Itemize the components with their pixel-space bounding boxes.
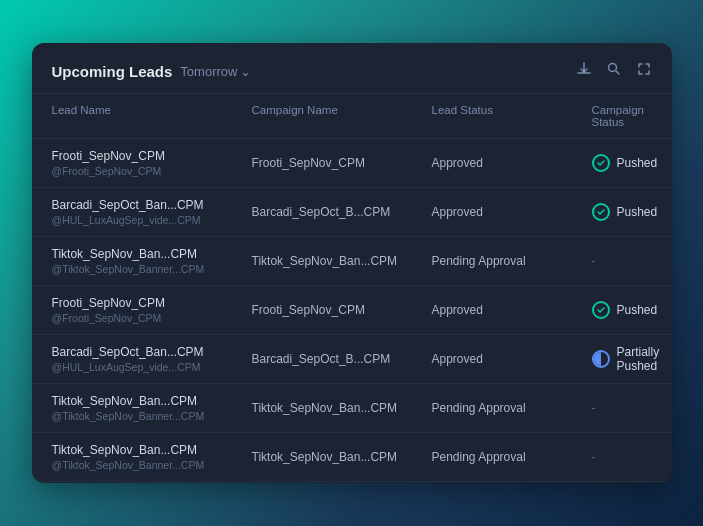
table-row[interactable]: Barcadi_SepOct_Ban...CPM@HUL_LuxAugSep_v… (32, 335, 672, 384)
lead-name-cell: Tiktok_SepNov_Ban...CPM@Tiktok_SepNov_Ba… (52, 247, 252, 275)
lead-name-secondary: @HUL_LuxAugSep_vide...CPM (52, 214, 252, 226)
campaign-name: Frooti_SepNov_CPM (252, 156, 432, 170)
campaign-name: Barcadi_SepOct_B...CPM (252, 352, 432, 366)
col-lead-status: Lead Status (432, 104, 592, 128)
lead-name-cell: Frooti_SepNov_CPM@Frooti_SepNov_CPM (52, 149, 252, 177)
main-card: Upcoming Leads Tomorrow ⌄ (32, 43, 672, 483)
col-campaign-status: Campaign Status (592, 104, 652, 128)
campaign-status-cell: - (592, 450, 652, 464)
lead-name-secondary: @Frooti_SepNov_CPM (52, 312, 252, 324)
lead-name-primary: Frooti_SepNov_CPM (52, 296, 252, 310)
expand-icon[interactable] (636, 61, 652, 81)
lead-name-primary: Tiktok_SepNov_Ban...CPM (52, 247, 252, 261)
lead-name-secondary: @Tiktok_SepNov_Banner...CPM (52, 263, 252, 275)
column-headers: Lead Name Campaign Name Lead Status Camp… (32, 94, 672, 139)
campaign-status-cell: Pushed (592, 154, 658, 172)
search-icon[interactable] (606, 61, 622, 81)
campaign-name: Tiktok_SepNov_Ban...CPM (252, 254, 432, 268)
page-title: Upcoming Leads (52, 63, 173, 80)
no-status-dash: - (592, 254, 596, 268)
no-status-dash: - (592, 450, 596, 464)
lead-status: Pending Approval (432, 254, 592, 268)
download-icon[interactable] (576, 61, 592, 81)
lead-name-primary: Frooti_SepNov_CPM (52, 149, 252, 163)
lead-name-secondary: @Frooti_SepNov_CPM (52, 165, 252, 177)
table-container: Lead Name Campaign Name Lead Status Camp… (32, 94, 672, 483)
campaign-name: Tiktok_SepNov_Ban...CPM (252, 450, 432, 464)
lead-name-cell: Frooti_SepNov_CPM@Frooti_SepNov_CPM (52, 296, 252, 324)
table-row[interactable]: Barcadi_SepOct_Ban...CPM@HUL_LuxAugSep_v… (32, 188, 672, 237)
pushed-label: Pushed (617, 303, 658, 317)
lead-name-cell: Barcadi_SepOct_Ban...CPM@HUL_LuxAugSep_v… (52, 198, 252, 226)
partial-pushed-icon (592, 350, 610, 368)
no-status-dash: - (592, 401, 596, 415)
table-row[interactable]: Tiktok_SepNov_Ban...CPM@Tiktok_SepNov_Ba… (32, 384, 672, 433)
campaign-status-cell: Partially Pushed (592, 345, 660, 373)
campaign-name: Frooti_SepNov_CPM (252, 303, 432, 317)
lead-name-secondary: @Tiktok_SepNov_Banner...CPM (52, 410, 252, 422)
header-left: Upcoming Leads Tomorrow ⌄ (52, 63, 252, 80)
pushed-label: Pushed (617, 156, 658, 170)
pushed-icon (592, 301, 610, 319)
lead-name-secondary: @HUL_LuxAugSep_vide...CPM (52, 361, 252, 373)
lead-name-cell: Tiktok_SepNov_Ban...CPM@Tiktok_SepNov_Ba… (52, 394, 252, 422)
table-header-bar: Upcoming Leads Tomorrow ⌄ (32, 43, 672, 94)
pushed-label: Pushed (617, 205, 658, 219)
campaign-status-cell: - (592, 254, 652, 268)
table-row[interactable]: Tiktok_SepNov_Ban...CPM@Tiktok_SepNov_Ba… (32, 433, 672, 482)
campaign-status-cell: Pushed (592, 203, 658, 221)
lead-name-cell: Tiktok_SepNov_Ban...CPM@Tiktok_SepNov_Ba… (52, 443, 252, 471)
lead-name-primary: Tiktok_SepNov_Ban...CPM (52, 394, 252, 408)
lead-status: Approved (432, 156, 592, 170)
col-lead-name: Lead Name (52, 104, 252, 128)
campaign-name: Barcadi_SepOct_B...CPM (252, 205, 432, 219)
svg-point-0 (608, 64, 616, 72)
lead-name-primary: Barcadi_SepOct_Ban...CPM (52, 345, 252, 359)
partial-pushed-label: Partially Pushed (617, 345, 660, 373)
lead-name-primary: Barcadi_SepOct_Ban...CPM (52, 198, 252, 212)
lead-status: Pending Approval (432, 401, 592, 415)
lead-status: Pending Approval (432, 450, 592, 464)
lead-name-primary: Tiktok_SepNov_Ban...CPM (52, 443, 252, 457)
campaign-status-cell: - (592, 401, 652, 415)
lead-name-cell: Barcadi_SepOct_Ban...CPM@HUL_LuxAugSep_v… (52, 345, 252, 373)
header-actions (576, 61, 652, 81)
time-filter[interactable]: Tomorrow ⌄ (180, 64, 251, 79)
table-row[interactable]: Frooti_SepNov_CPM@Frooti_SepNov_CPMFroot… (32, 139, 672, 188)
campaign-name: Tiktok_SepNov_Ban...CPM (252, 401, 432, 415)
table-row[interactable]: Frooti_SepNov_CPM@Frooti_SepNov_CPMFroot… (32, 286, 672, 335)
lead-status: Approved (432, 303, 592, 317)
lead-name-secondary: @Tiktok_SepNov_Banner...CPM (52, 459, 252, 471)
campaign-status-cell: Pushed (592, 301, 658, 319)
table-row[interactable]: Tiktok_SepNov_Ban...CPM@Tiktok_SepNov_Ba… (32, 237, 672, 286)
col-campaign-name: Campaign Name (252, 104, 432, 128)
pushed-icon (592, 154, 610, 172)
lead-status: Approved (432, 352, 592, 366)
table-body: Frooti_SepNov_CPM@Frooti_SepNov_CPMFroot… (32, 139, 672, 483)
pushed-icon (592, 203, 610, 221)
lead-status: Approved (432, 205, 592, 219)
